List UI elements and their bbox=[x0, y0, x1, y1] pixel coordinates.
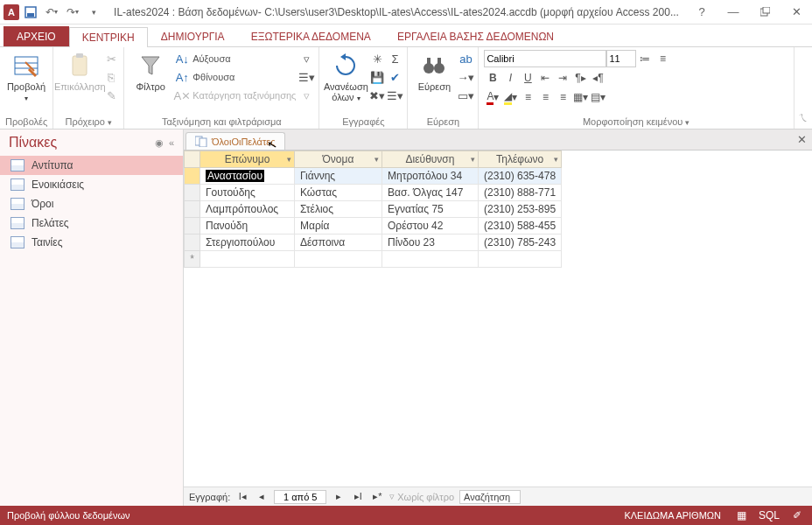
row-selector[interactable] bbox=[185, 234, 200, 251]
cell-firstname[interactable]: Μαρία bbox=[295, 218, 382, 234]
tab-create[interactable]: ΔΗΜΙΟΥΡΓΙΑ bbox=[148, 26, 238, 46]
find-button[interactable]: Εύρεση bbox=[413, 50, 455, 92]
save-record-button[interactable]: 💾 bbox=[370, 68, 384, 86]
copy-button[interactable]: ⎘ bbox=[104, 68, 118, 86]
nav-table-item[interactable]: Ενοικιάσεις bbox=[0, 175, 183, 194]
selection-filter-button[interactable]: ▿ bbox=[299, 50, 313, 67]
close-button[interactable]: ✕ bbox=[784, 4, 808, 21]
advanced-filter-button[interactable]: ☰▾ bbox=[299, 68, 313, 86]
row-selector[interactable] bbox=[185, 201, 200, 218]
tab-database-tools[interactable]: ΕΡΓΑΛΕΙΑ ΒΑΣΗΣ ΔΕΔΟΜΕΝΩΝ bbox=[384, 26, 567, 46]
prev-record-button[interactable]: ◂ bbox=[255, 490, 269, 504]
outdent-button[interactable]: ⇤ bbox=[536, 69, 554, 87]
cell-lastname[interactable]: Στεργιοπούλου bbox=[200, 234, 295, 251]
cell-phone[interactable]: (2310) 253-895 bbox=[479, 201, 562, 218]
tab-file[interactable]: ΑΡΧΕΙΟ bbox=[4, 26, 69, 46]
column-dropdown-icon[interactable]: ▾ bbox=[471, 155, 475, 164]
cell-phone[interactable]: (2310) 888-771 bbox=[479, 185, 562, 201]
align-left-button[interactable]: ≡ bbox=[519, 88, 536, 106]
cut-button[interactable]: ✂ bbox=[104, 50, 118, 67]
next-record-button[interactable]: ▸ bbox=[332, 490, 346, 504]
column-header[interactable]: Τηλέφωνο▾ bbox=[479, 151, 562, 168]
datasheet[interactable]: Επώνυμο▾Όνομα▾Διεύθυνση▾Τηλέφωνο▾ Αναστα… bbox=[184, 150, 812, 486]
cell-phone[interactable]: (2310) 785-243 bbox=[479, 234, 562, 251]
cell-phone[interactable]: (2310) 635-478 bbox=[479, 168, 562, 185]
nav-collapse-icon[interactable]: « bbox=[169, 137, 174, 149]
tab-home[interactable]: ΚΕΝΤΡΙΚΗ bbox=[69, 27, 148, 47]
cell-lastname[interactable]: Πανούδη bbox=[200, 218, 295, 234]
record-position-input[interactable] bbox=[274, 490, 326, 504]
row-selector[interactable] bbox=[185, 185, 200, 201]
column-dropdown-icon[interactable]: ▾ bbox=[374, 155, 379, 164]
nav-filter-icon[interactable]: ◉ bbox=[155, 137, 164, 149]
sql-view-button[interactable]: SQL bbox=[761, 508, 777, 522]
minimize-button[interactable]: — bbox=[721, 4, 746, 21]
table-row[interactable]: ΠανούδηΜαρίαΟρέστου 42(2310) 588-455 bbox=[185, 218, 562, 234]
italic-button[interactable]: I bbox=[501, 69, 519, 87]
ltr-button[interactable]: ¶▸ bbox=[571, 69, 589, 87]
table-row[interactable]: ΣτεργιοπούλουΔέσποιναΠίνδου 23(2310) 785… bbox=[185, 234, 562, 251]
nav-table-item[interactable]: Όροι bbox=[0, 194, 183, 214]
bold-button[interactable]: B bbox=[484, 69, 501, 87]
row-selector[interactable] bbox=[185, 218, 200, 234]
cell-address[interactable]: Εγνατίας 75 bbox=[382, 201, 479, 218]
nav-pane-title[interactable]: Πίνακες bbox=[9, 135, 57, 150]
align-right-button[interactable]: ≡ bbox=[554, 88, 571, 106]
refresh-all-button[interactable]: Ανανέωση όλων ▾ bbox=[325, 50, 367, 104]
numbering-icon[interactable]: ≡ bbox=[654, 50, 671, 67]
more-records-button[interactable]: ☰▾ bbox=[388, 87, 402, 104]
cell-address[interactable]: Ορέστου 42 bbox=[382, 218, 479, 234]
format-painter-button[interactable]: ✎ bbox=[104, 87, 118, 104]
select-all-corner[interactable] bbox=[185, 151, 200, 168]
new-record-nav-button[interactable]: ▸* bbox=[370, 490, 384, 504]
cell-address[interactable]: Βασ. Όλγας 147 bbox=[382, 185, 479, 201]
nav-table-item[interactable]: Ταινίες bbox=[0, 233, 183, 252]
new-record-row[interactable]: * bbox=[185, 251, 562, 268]
alt-row-color-button[interactable]: ▤▾ bbox=[589, 88, 606, 106]
column-header[interactable]: Όνομα▾ bbox=[295, 151, 382, 168]
help-button[interactable]: ? bbox=[690, 4, 714, 21]
goto-button[interactable]: →▾ bbox=[458, 68, 472, 86]
design-view-button[interactable]: ✐ bbox=[789, 508, 805, 522]
totals-button[interactable]: Σ bbox=[388, 50, 402, 67]
toggle-filter-button[interactable]: ▿ bbox=[299, 87, 313, 104]
select-button[interactable]: ▭▾ bbox=[458, 87, 472, 104]
redo-icon[interactable]: ↷▾ bbox=[63, 3, 82, 22]
cell-lastname[interactable]: Αναστασίου bbox=[200, 168, 295, 185]
view-button[interactable]: Προβολή▾ bbox=[5, 50, 47, 104]
new-record-button[interactable]: ✳ bbox=[370, 50, 384, 67]
cell-firstname[interactable]: Γιάννης bbox=[295, 168, 382, 185]
column-header[interactable]: Επώνυμο▾ bbox=[200, 151, 295, 168]
datasheet-view-button[interactable]: ▦ bbox=[733, 508, 749, 522]
nav-table-item[interactable]: Πελάτες bbox=[0, 214, 183, 233]
cell-phone[interactable]: (2310) 588-455 bbox=[479, 218, 562, 234]
column-header[interactable]: Διεύθυνση▾ bbox=[382, 151, 479, 168]
font-color-button[interactable]: A▾ bbox=[484, 88, 501, 106]
cell-firstname[interactable]: Κώστας bbox=[295, 185, 382, 201]
table-row[interactable]: ΓουτούδηςΚώσταςΒασ. Όλγας 147(2310) 888-… bbox=[185, 185, 562, 201]
qat-more-icon[interactable]: ▾ bbox=[84, 3, 103, 22]
sort-descending-button[interactable]: A↑Φθίνουσα bbox=[175, 68, 296, 86]
table-row[interactable]: ΛαμπρόπουλοςΣτέλιοςΕγνατίας 75(2310) 253… bbox=[185, 201, 562, 218]
collapse-ribbon-button[interactable]: ㄟ bbox=[794, 47, 812, 129]
table-row[interactable]: ΑναστασίουΓιάννηςΜητροπόλου 34(2310) 635… bbox=[185, 168, 562, 185]
gridlines-button[interactable]: ▦▾ bbox=[571, 88, 589, 106]
align-center-button[interactable]: ≡ bbox=[536, 88, 554, 106]
cell-address[interactable]: Πίνδου 23 bbox=[382, 234, 479, 251]
column-dropdown-icon[interactable]: ▾ bbox=[554, 155, 558, 164]
record-search-input[interactable]: Αναζήτηση bbox=[459, 490, 521, 504]
clear-sort-button[interactable]: A⨯Κατάργηση ταξινόμησης bbox=[175, 87, 296, 104]
tab-external-data[interactable]: ΕΞΩΤΕΡΙΚΑ ΔΕΔΟΜΕΝΑ bbox=[238, 26, 384, 46]
cell-firstname[interactable]: Δέσποινα bbox=[295, 234, 382, 251]
sort-ascending-button[interactable]: A↓Αύξουσα bbox=[175, 50, 296, 67]
underline-button[interactable]: U bbox=[519, 69, 536, 87]
row-selector[interactable] bbox=[185, 168, 200, 185]
maximize-button[interactable] bbox=[752, 4, 777, 21]
filter-button[interactable]: Φίλτρο bbox=[130, 50, 172, 92]
font-size-combo[interactable] bbox=[606, 50, 636, 67]
bullets-icon[interactable]: ≔ bbox=[636, 50, 654, 67]
indent-button[interactable]: ⇥ bbox=[554, 69, 571, 87]
fill-color-button[interactable]: ◢▾ bbox=[501, 88, 519, 106]
first-record-button[interactable]: I◂ bbox=[235, 490, 249, 504]
nav-table-item[interactable]: Αντίτυπα bbox=[0, 156, 183, 175]
